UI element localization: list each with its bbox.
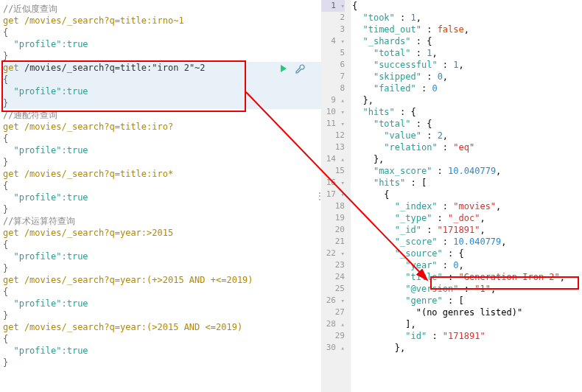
- response-line: "timed_out" : false,: [352, 24, 582, 35]
- response-line: {: [352, 189, 582, 200]
- response-line: "_index" : "movies",: [352, 200, 582, 212]
- response-line: "hits" : {: [352, 106, 582, 118]
- response-line: "total" : 1,: [352, 47, 582, 59]
- response-line: "@version" : "1",: [352, 283, 582, 295]
- response-line: "id" : "171891": [352, 330, 582, 342]
- response-line: "took" : 1,: [352, 12, 582, 24]
- response-line: "total" : {: [352, 118, 582, 130]
- response-line: ],: [352, 318, 582, 330]
- response-line: "hits" : [: [352, 177, 582, 189]
- request-7: get /movies/_search?q=year:(>2015 AND <=…: [3, 322, 242, 332]
- response-line: "value" : 2,: [352, 130, 582, 141]
- response-line: "_score" : 10.040779,: [352, 236, 582, 248]
- response-line: "max_score" : 10.040779,: [352, 165, 582, 177]
- active-request-line[interactable]: get /movies/_search?q=title:"iron 2"~2: [3, 62, 321, 74]
- response-viewer: 1 ▾234 ▾56789 ▴10 ▾11 ▾121314 ▴1516 ▾17 …: [321, 0, 582, 392]
- response-line: "relation" : "eq": [352, 141, 582, 153]
- request-4: get /movies/_search?q=title:iro*: [3, 169, 173, 179]
- response-line-gutter: 1 ▾234 ▾56789 ▴10 ▾11 ▾121314 ▴1516 ▾17 …: [321, 0, 351, 392]
- brace-close: }: [3, 51, 8, 61]
- response-code[interactable]: { "took" : 1, "timed_out" : false, "_sha…: [351, 0, 582, 392]
- response-line: "year" : 0,: [352, 259, 582, 271]
- response-line: "(no genres listed)": [352, 307, 582, 318]
- wrench-icon[interactable]: [295, 63, 305, 76]
- response-line: "_shards" : {: [352, 35, 582, 47]
- response-line: "failed" : 0: [352, 83, 582, 94]
- profile-key: "profile":true: [3, 39, 88, 49]
- response-line: },: [352, 342, 582, 354]
- request-1: get /movies/_search?q=title:irno~1: [3, 15, 184, 26]
- response-line: "title" : "Generation Iron 2",: [352, 271, 582, 283]
- response-line: "successful" : 1,: [352, 59, 582, 71]
- run-query-icon[interactable]: [278, 63, 289, 76]
- response-line: "skipped" : 0,: [352, 71, 582, 83]
- response-line: },: [352, 94, 582, 106]
- method-get: get: [3, 63, 19, 73]
- response-line: "_type" : "_doc",: [352, 212, 582, 224]
- request-editor[interactable]: //近似度查询 get /movies/_search?q=title:irno…: [0, 0, 321, 392]
- response-line: "_source" : {: [352, 248, 582, 259]
- response-line: },: [352, 153, 582, 165]
- request-3: get /movies/_search?q=title:iro?: [3, 122, 173, 132]
- response-line: {: [352, 0, 582, 12]
- panel-resize-handle[interactable]: ⋮: [318, 0, 321, 392]
- brace-open: {: [3, 27, 8, 38]
- comment-arithmetic: //算术运算符查询: [3, 216, 75, 226]
- response-line: "_id" : "171891",: [352, 224, 582, 236]
- comment-wildcard: //通配符查询: [3, 110, 57, 120]
- request-6: get /movies/_search?q=year:(+>2015 AND +…: [3, 275, 253, 285]
- comment-proximity: //近似度查询: [3, 4, 57, 14]
- request-5: get /movies/_search?q=year:>2015: [3, 228, 173, 238]
- response-line: "genre" : [: [352, 295, 582, 307]
